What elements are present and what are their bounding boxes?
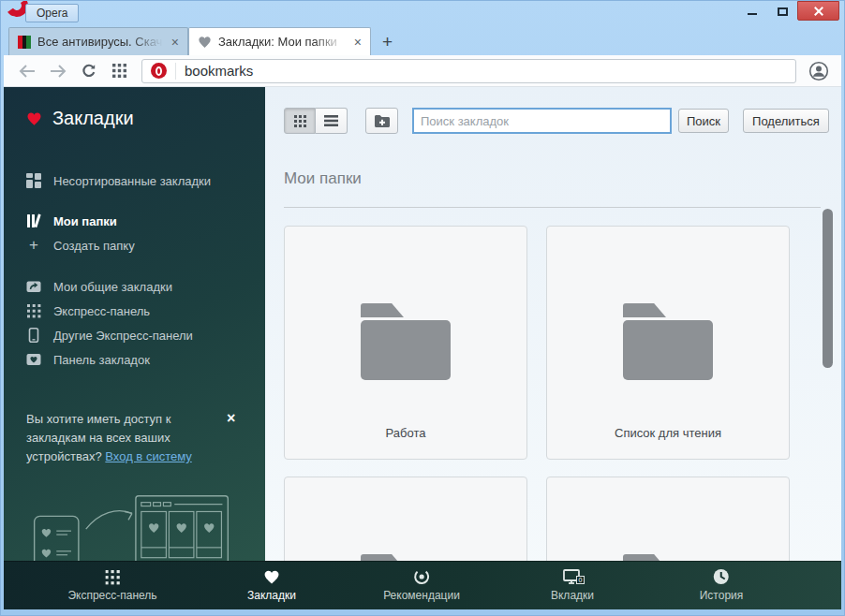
bookmark-search xyxy=(412,108,672,134)
speed-dial-button[interactable] xyxy=(104,64,135,78)
bookmarks-toolbar: Поиск Поделиться xyxy=(284,108,841,134)
opera-page-icon xyxy=(151,63,167,79)
browser-body: Закладки Несортированные закладки Мои па… xyxy=(4,87,841,609)
nav-label: Экспресс-панель xyxy=(67,589,156,602)
nav-label: Рекомендации xyxy=(383,589,460,602)
maximize-icon xyxy=(778,7,788,16)
sidebar-header: Закладки xyxy=(26,108,265,129)
opera-menu-button[interactable]: Opera xyxy=(25,4,79,22)
sidebar-item-label: Создать папку xyxy=(53,239,135,253)
nav-recommendations[interactable]: Рекомендации xyxy=(383,568,460,602)
minimize-button[interactable] xyxy=(737,1,767,20)
grid-view-button[interactable] xyxy=(284,108,316,134)
folder-icon xyxy=(623,303,713,380)
tab-close-icon[interactable]: × xyxy=(354,35,362,50)
shared-folder-icon xyxy=(26,279,41,294)
folder-icon xyxy=(361,303,451,380)
sidebar-item-label: Несортированные закладки xyxy=(53,174,211,188)
unsorted-grid-icon xyxy=(26,173,41,188)
sidebar-item-label: Экспресс-панель xyxy=(53,304,150,318)
phone-icon xyxy=(26,328,41,343)
folder-card-reading-list[interactable]: Список для чтения xyxy=(546,226,790,460)
nav-history[interactable]: История xyxy=(700,568,744,602)
section-title: Мои папки xyxy=(284,169,841,188)
sidebar-item-label: Мои общие закладки xyxy=(53,280,172,294)
opera-menu-label: Opera xyxy=(37,7,67,20)
add-folder-button[interactable] xyxy=(365,108,398,134)
list-view-button[interactable] xyxy=(316,108,348,134)
sidebar-item-label: Мои папки xyxy=(53,214,117,228)
speed-dial-dots-icon xyxy=(26,303,41,318)
tab-close-icon[interactable]: × xyxy=(171,35,179,50)
clock-icon xyxy=(713,568,730,585)
folder-grid: Работа Список для чтения xyxy=(284,226,841,609)
bookmarks-heart-icon xyxy=(26,111,42,126)
eye-icon xyxy=(413,568,430,585)
heart-icon xyxy=(198,36,212,49)
back-button[interactable] xyxy=(11,65,42,78)
tab-bookmarks[interactable]: Закладки: Мои папки × xyxy=(188,27,371,55)
promo-close-icon[interactable]: × xyxy=(227,410,235,427)
window-controls xyxy=(737,1,839,21)
plus-icon: + xyxy=(26,238,41,253)
sidebar-item-label: Панель закладок xyxy=(53,353,150,367)
heart-icon xyxy=(263,568,280,585)
url-text: bookmarks xyxy=(185,63,253,79)
opera-browser-window: Opera Все антивирусы. Скачать × Закладки… xyxy=(0,0,845,616)
sidebar-title: Закладки xyxy=(52,108,134,129)
nav-bookmarks[interactable]: Закладки xyxy=(247,568,296,602)
view-switcher xyxy=(284,108,348,134)
tab-bar: Все антивирусы. Скачать × Закладки: Мои … xyxy=(4,27,841,55)
new-tab-button[interactable]: + xyxy=(382,33,393,51)
nav-tabs[interactable]: 0 Вкладки xyxy=(551,568,594,602)
sidebar-item-speed-dial[interactable]: Экспресс-панель xyxy=(26,299,265,323)
share-button[interactable]: Поделиться xyxy=(743,109,829,133)
add-folder-icon xyxy=(374,114,391,128)
sync-promo-text: Вы хотите иметь доступ к закладкам на вс… xyxy=(26,410,212,466)
nav-label: История xyxy=(700,589,744,602)
url-field[interactable]: bookmarks xyxy=(141,59,796,83)
folder-name: Работа xyxy=(285,426,526,440)
tab-title: Закладки: Мои папки xyxy=(218,35,350,49)
sidebar-item-my-folders[interactable]: Мои папки xyxy=(26,209,265,233)
sidebar-item-shared-bookmarks[interactable]: Мои общие закладки xyxy=(26,274,265,299)
sidebar-item-label: Другие Экспресс-панели xyxy=(53,329,193,343)
search-button[interactable]: Поиск xyxy=(678,109,729,133)
nav-speed-dial[interactable]: Экспресс-панель xyxy=(67,568,156,602)
nav-label: Вкладки xyxy=(551,589,594,602)
grid-view-icon xyxy=(294,115,306,127)
bookmark-search-input[interactable] xyxy=(421,114,663,128)
sidebar-item-bookmarks-bar[interactable]: Панель закладок xyxy=(26,347,265,372)
tabs-count-badge: 0 xyxy=(576,576,585,584)
address-bar: bookmarks xyxy=(4,55,841,87)
sign-in-link[interactable]: Вход в систему xyxy=(105,449,191,463)
maximize-button[interactable] xyxy=(767,1,797,20)
forward-button[interactable] xyxy=(42,65,73,78)
tab-antivirus[interactable]: Все антивирусы. Скачать × xyxy=(8,27,188,55)
antivirus-favicon-icon xyxy=(18,36,31,49)
folder-card-work[interactable]: Работа xyxy=(284,226,527,460)
bottom-navigation: Экспресс-панель Закладки Рекомендации 0 xyxy=(4,561,841,609)
sidebar-item-create-folder[interactable]: + Создать папку xyxy=(26,233,265,257)
scrollbar-thumb[interactable] xyxy=(823,209,833,368)
titlebar: Opera xyxy=(1,1,844,27)
list-view-icon xyxy=(324,115,338,126)
sidebar-item-unsorted[interactable]: Несортированные закладки xyxy=(26,169,265,193)
section-divider xyxy=(284,207,821,208)
speed-dial-grid-icon xyxy=(105,568,120,585)
tab-title: Все антивирусы. Скачать xyxy=(37,35,168,49)
reload-button[interactable] xyxy=(73,64,104,79)
bookmarks-main: Поиск Поделиться Мои папки Работа Список… xyxy=(265,87,841,609)
close-button[interactable] xyxy=(797,1,839,21)
minimize-icon xyxy=(748,13,757,15)
nav-label: Закладки xyxy=(247,589,296,602)
tabs-monitor-icon: 0 xyxy=(563,568,582,585)
bookmarks-bar-heart-icon xyxy=(26,352,41,367)
folders-shelf-icon xyxy=(26,213,41,228)
sidebar-item-other-speed-dials[interactable]: Другие Экспресс-панели xyxy=(26,323,265,347)
bookmarks-sidebar: Закладки Несортированные закладки Мои па… xyxy=(4,87,265,609)
account-button[interactable] xyxy=(803,61,834,81)
folder-name: Список для чтения xyxy=(547,426,789,440)
